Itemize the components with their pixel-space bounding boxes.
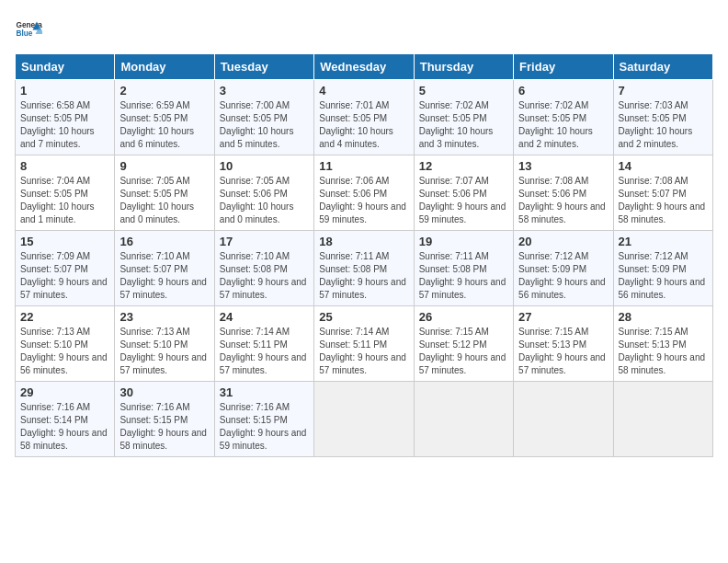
day-number: 10 xyxy=(220,159,309,173)
calendar-table: SundayMondayTuesdayWednesdayThursdayFrid… xyxy=(15,53,713,457)
day-info: Sunrise: 7:02 AM Sunset: 5:05 PM Dayligh… xyxy=(518,99,608,151)
calendar-cell: 18Sunrise: 7:11 AM Sunset: 5:08 PM Dayli… xyxy=(314,231,414,306)
calendar-week-5: 29Sunrise: 7:16 AM Sunset: 5:14 PM Dayli… xyxy=(16,382,713,457)
day-number: 22 xyxy=(20,310,109,324)
calendar-cell: 24Sunrise: 7:14 AM Sunset: 5:11 PM Dayli… xyxy=(214,306,313,382)
day-number: 16 xyxy=(119,235,209,248)
calendar-cell: 13Sunrise: 7:08 AM Sunset: 5:06 PM Dayli… xyxy=(514,155,613,231)
day-number: 5 xyxy=(419,84,508,98)
calendar-cell: 11Sunrise: 7:06 AM Sunset: 5:06 PM Dayli… xyxy=(314,155,414,231)
day-number: 13 xyxy=(518,159,608,173)
day-info: Sunrise: 7:14 AM Sunset: 5:11 PM Dayligh… xyxy=(319,326,408,377)
day-info: Sunrise: 7:12 AM Sunset: 5:09 PM Dayligh… xyxy=(619,250,708,302)
calendar-cell: 3Sunrise: 7:00 AM Sunset: 5:05 PM Daylig… xyxy=(214,80,313,155)
day-number: 6 xyxy=(518,84,608,98)
calendar-cell xyxy=(414,382,513,457)
day-info: Sunrise: 7:14 AM Sunset: 5:11 PM Dayligh… xyxy=(220,326,309,377)
calendar-cell: 1Sunrise: 6:58 AM Sunset: 5:05 PM Daylig… xyxy=(16,80,115,155)
day-info: Sunrise: 7:11 AM Sunset: 5:08 PM Dayligh… xyxy=(319,250,408,302)
calendar-cell: 6Sunrise: 7:02 AM Sunset: 5:05 PM Daylig… xyxy=(514,80,613,155)
day-number: 21 xyxy=(619,235,708,248)
day-info: Sunrise: 7:01 AM Sunset: 5:05 PM Dayligh… xyxy=(319,99,408,151)
day-number: 17 xyxy=(220,235,309,248)
day-info: Sunrise: 7:16 AM Sunset: 5:14 PM Dayligh… xyxy=(20,401,109,453)
day-info: Sunrise: 7:03 AM Sunset: 5:05 PM Dayligh… xyxy=(619,99,708,151)
calendar-cell: 17Sunrise: 7:10 AM Sunset: 5:08 PM Dayli… xyxy=(214,231,313,306)
calendar-cell: 10Sunrise: 7:05 AM Sunset: 5:06 PM Dayli… xyxy=(214,155,313,231)
calendar-cell: 21Sunrise: 7:12 AM Sunset: 5:09 PM Dayli… xyxy=(613,231,712,306)
calendar-week-4: 22Sunrise: 7:13 AM Sunset: 5:10 PM Dayli… xyxy=(16,306,713,382)
calendar-week-3: 15Sunrise: 7:09 AM Sunset: 5:07 PM Dayli… xyxy=(16,231,713,306)
day-info: Sunrise: 7:07 AM Sunset: 5:06 PM Dayligh… xyxy=(419,175,508,226)
calendar-cell: 22Sunrise: 7:13 AM Sunset: 5:10 PM Dayli… xyxy=(16,306,115,382)
day-info: Sunrise: 7:02 AM Sunset: 5:05 PM Dayligh… xyxy=(419,99,508,151)
calendar-cell xyxy=(613,382,712,457)
day-number: 23 xyxy=(119,310,209,324)
day-number: 14 xyxy=(619,159,708,173)
weekday-header-saturday: Saturday xyxy=(613,54,712,80)
day-info: Sunrise: 7:15 AM Sunset: 5:12 PM Dayligh… xyxy=(419,326,508,377)
calendar-cell: 26Sunrise: 7:15 AM Sunset: 5:12 PM Dayli… xyxy=(414,306,513,382)
day-info: Sunrise: 7:10 AM Sunset: 5:07 PM Dayligh… xyxy=(119,250,209,302)
day-number: 9 xyxy=(119,159,209,173)
day-info: Sunrise: 7:11 AM Sunset: 5:08 PM Dayligh… xyxy=(419,250,508,302)
day-number: 27 xyxy=(518,310,608,324)
calendar-week-1: 1Sunrise: 6:58 AM Sunset: 5:05 PM Daylig… xyxy=(16,80,713,155)
calendar-cell: 5Sunrise: 7:02 AM Sunset: 5:05 PM Daylig… xyxy=(414,80,513,155)
day-info: Sunrise: 7:12 AM Sunset: 5:09 PM Dayligh… xyxy=(518,250,608,302)
day-number: 11 xyxy=(319,159,408,173)
day-info: Sunrise: 7:04 AM Sunset: 5:05 PM Dayligh… xyxy=(20,175,109,226)
day-number: 1 xyxy=(20,84,109,98)
day-number: 29 xyxy=(20,385,109,399)
day-number: 26 xyxy=(419,310,508,324)
calendar-week-2: 8Sunrise: 7:04 AM Sunset: 5:05 PM Daylig… xyxy=(16,155,713,231)
calendar-header: SundayMondayTuesdayWednesdayThursdayFrid… xyxy=(16,54,713,80)
day-number: 30 xyxy=(119,385,209,399)
calendar-cell: 27Sunrise: 7:15 AM Sunset: 5:13 PM Dayli… xyxy=(514,306,613,382)
weekday-header-tuesday: Tuesday xyxy=(214,54,313,80)
calendar-cell xyxy=(514,382,613,457)
day-info: Sunrise: 6:58 AM Sunset: 5:05 PM Dayligh… xyxy=(20,99,109,151)
calendar-cell: 7Sunrise: 7:03 AM Sunset: 5:05 PM Daylig… xyxy=(613,80,712,155)
calendar-cell: 25Sunrise: 7:14 AM Sunset: 5:11 PM Dayli… xyxy=(314,306,414,382)
weekday-header-friday: Friday xyxy=(514,54,613,80)
calendar-cell: 2Sunrise: 6:59 AM Sunset: 5:05 PM Daylig… xyxy=(115,80,214,155)
day-info: Sunrise: 7:15 AM Sunset: 5:13 PM Dayligh… xyxy=(518,326,608,377)
weekday-header-thursday: Thursday xyxy=(414,54,513,80)
day-number: 19 xyxy=(419,235,508,248)
calendar-cell: 8Sunrise: 7:04 AM Sunset: 5:05 PM Daylig… xyxy=(16,155,115,231)
day-number: 25 xyxy=(319,310,408,324)
calendar-cell: 31Sunrise: 7:16 AM Sunset: 5:15 PM Dayli… xyxy=(214,382,313,457)
day-info: Sunrise: 7:05 AM Sunset: 5:06 PM Dayligh… xyxy=(220,175,309,226)
day-info: Sunrise: 7:13 AM Sunset: 5:10 PM Dayligh… xyxy=(20,326,109,377)
weekday-header-sunday: Sunday xyxy=(16,54,115,80)
day-number: 20 xyxy=(518,235,608,248)
day-info: Sunrise: 7:00 AM Sunset: 5:05 PM Dayligh… xyxy=(220,99,309,151)
weekday-header-monday: Monday xyxy=(115,54,214,80)
calendar-cell: 9Sunrise: 7:05 AM Sunset: 5:05 PM Daylig… xyxy=(115,155,214,231)
day-info: Sunrise: 7:08 AM Sunset: 5:07 PM Dayligh… xyxy=(619,175,708,226)
logo-icon: General Blue xyxy=(15,15,42,42)
day-info: Sunrise: 7:15 AM Sunset: 5:13 PM Dayligh… xyxy=(619,326,708,377)
day-number: 28 xyxy=(619,310,708,324)
day-info: Sunrise: 6:59 AM Sunset: 5:05 PM Dayligh… xyxy=(119,99,209,151)
day-number: 3 xyxy=(220,84,309,98)
calendar-cell: 23Sunrise: 7:13 AM Sunset: 5:10 PM Dayli… xyxy=(115,306,214,382)
day-number: 2 xyxy=(119,84,209,98)
day-number: 18 xyxy=(319,235,408,248)
calendar-cell xyxy=(314,382,414,457)
calendar-cell: 28Sunrise: 7:15 AM Sunset: 5:13 PM Dayli… xyxy=(613,306,712,382)
calendar-cell: 14Sunrise: 7:08 AM Sunset: 5:07 PM Dayli… xyxy=(613,155,712,231)
day-number: 15 xyxy=(20,235,109,248)
day-info: Sunrise: 7:09 AM Sunset: 5:07 PM Dayligh… xyxy=(20,250,109,302)
day-number: 24 xyxy=(220,310,309,324)
day-info: Sunrise: 7:08 AM Sunset: 5:06 PM Dayligh… xyxy=(518,175,608,226)
day-info: Sunrise: 7:13 AM Sunset: 5:10 PM Dayligh… xyxy=(119,326,209,377)
calendar-cell: 15Sunrise: 7:09 AM Sunset: 5:07 PM Dayli… xyxy=(16,231,115,306)
day-number: 4 xyxy=(319,84,408,98)
logo: General Blue xyxy=(15,15,42,42)
day-info: Sunrise: 7:16 AM Sunset: 5:15 PM Dayligh… xyxy=(119,401,209,453)
calendar-cell: 16Sunrise: 7:10 AM Sunset: 5:07 PM Dayli… xyxy=(115,231,214,306)
calendar-cell: 4Sunrise: 7:01 AM Sunset: 5:05 PM Daylig… xyxy=(314,80,414,155)
day-number: 12 xyxy=(419,159,508,173)
